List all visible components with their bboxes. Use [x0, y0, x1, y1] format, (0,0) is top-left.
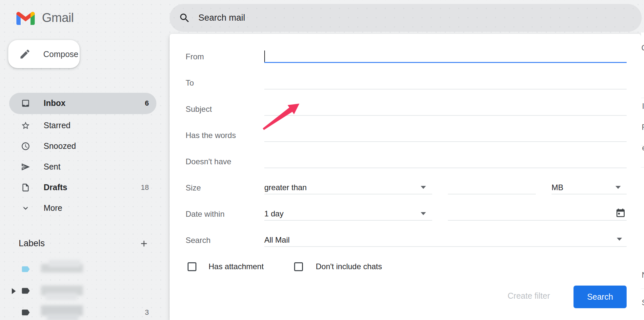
redacted-label-text: [41, 305, 84, 320]
has-words-label: Has the words: [186, 131, 236, 140]
search-scope-label: Search: [186, 236, 211, 245]
gmail-logo[interactable]: Gmail: [16, 11, 74, 25]
sidebar-item-label: Starred: [44, 121, 70, 130]
size-label: Size: [186, 183, 201, 192]
pencil-icon: [19, 48, 31, 60]
subject-label: Subject: [186, 105, 212, 114]
label-count-badge: 3: [145, 308, 149, 317]
sidebar-item-label: Drafts: [44, 183, 67, 192]
draft-icon: [21, 183, 30, 192]
sidebar-item-label: Snoozed: [44, 141, 76, 151]
has-words-input[interactable]: [264, 141, 627, 142]
search-input-placeholder: Search mail: [198, 13, 245, 23]
size-unit-underline: [552, 194, 627, 194]
has-attachment-label: Has attachment: [209, 262, 264, 271]
gmail-m-icon: [16, 11, 35, 25]
user-label-row-2[interactable]: [9, 282, 156, 300]
user-label-row-3[interactable]: 3: [9, 303, 156, 320]
advanced-search-panel: From To Subject Has the words Doesn't ha…: [170, 34, 641, 320]
sidebar-item-label: More: [44, 203, 62, 213]
doesnt-have-input[interactable]: [264, 168, 627, 168]
background-mail-list-edge: C I F e N S: [641, 32, 644, 320]
date-input[interactable]: [448, 220, 627, 221]
size-amount-input[interactable]: [448, 194, 536, 194]
search-scope-select[interactable]: All Mail: [264, 235, 290, 245]
sidebar-item-sent[interactable]: Sent: [9, 156, 156, 177]
sidebar-item-more[interactable]: More: [9, 198, 156, 218]
redacted-label-text: [41, 262, 84, 276]
size-unit-select[interactable]: MB: [552, 183, 563, 192]
sidebar-item-drafts[interactable]: Drafts 18: [9, 177, 156, 198]
label-icon: [21, 286, 30, 296]
chevron-down-icon[interactable]: [421, 212, 426, 215]
search-icon: [179, 12, 191, 24]
inbox-icon: [21, 99, 30, 108]
to-label: To: [186, 78, 194, 88]
chevron-down-icon[interactable]: [615, 186, 621, 189]
clipped-text-fragment: e: [642, 143, 644, 152]
from-focus-underline: [264, 62, 627, 63]
send-icon: [21, 162, 30, 171]
from-label: From: [186, 52, 204, 61]
row-divider: [641, 167, 644, 168]
compose-label: Compose: [43, 50, 78, 59]
clipped-text-fragment: F: [642, 123, 644, 132]
label-icon: [21, 308, 30, 317]
row-divider: [641, 289, 644, 289]
row-divider: [641, 145, 644, 146]
chevron-down-icon[interactable]: [421, 186, 426, 189]
gmail-wordmark: Gmail: [42, 11, 74, 25]
star-icon: [21, 121, 30, 130]
size-operator-underline: [264, 194, 432, 194]
date-range-underline: [264, 220, 432, 221]
search-button-label: Search: [587, 292, 613, 302]
search-mail-bar[interactable]: Search mail: [170, 4, 642, 32]
to-input[interactable]: [264, 89, 627, 90]
row-divider: [641, 98, 644, 98]
labels-section-header: Labels: [19, 238, 149, 249]
doesnt-have-label: Doesn't have: [186, 157, 231, 166]
sidebar-item-label: Inbox: [44, 98, 66, 108]
label-icon: [21, 264, 30, 274]
annotation-arrow: [261, 100, 303, 131]
expand-arrow-icon[interactable]: [12, 288, 16, 294]
size-operator-select[interactable]: greater than: [264, 183, 307, 192]
clipped-text-fragment: I: [642, 102, 644, 111]
clock-icon: [21, 142, 30, 151]
text-caret: [264, 50, 265, 62]
redacted-label-text: [41, 284, 84, 298]
clipped-text-fragment: S: [642, 298, 644, 307]
sidebar-item-starred[interactable]: Starred: [9, 115, 156, 136]
gmail-app: Gmail Compose Inbox 6 Starred: [0, 0, 644, 320]
user-label-row-1[interactable]: [9, 260, 156, 278]
labels-title: Labels: [19, 238, 45, 249]
calendar-icon[interactable]: [615, 208, 626, 218]
inbox-count-badge: 6: [145, 99, 149, 108]
create-filter-button[interactable]: Create filter: [508, 291, 550, 301]
compose-button[interactable]: Compose: [8, 40, 80, 68]
chevron-down-icon[interactable]: [617, 238, 622, 241]
search-button[interactable]: Search: [574, 286, 627, 308]
sidebar-item-label: Sent: [44, 162, 60, 171]
dont-include-chats-checkbox[interactable]: [294, 262, 303, 271]
sidebar-item-snoozed[interactable]: Snoozed: [9, 136, 156, 156]
has-attachment-checkbox[interactable]: [188, 262, 196, 271]
chevron-down-icon: [21, 204, 30, 213]
subject-input[interactable]: [264, 115, 627, 116]
search-scope-underline: [264, 246, 627, 247]
dont-include-chats-label: Don't include chats: [316, 262, 382, 271]
sidebar-item-inbox[interactable]: Inbox 6: [9, 93, 156, 113]
plus-icon[interactable]: [139, 239, 149, 249]
clipped-text-fragment: C: [641, 43, 644, 52]
date-range-select[interactable]: 1 day: [264, 209, 284, 218]
date-within-label: Date within: [186, 210, 225, 219]
drafts-count-badge: 18: [141, 183, 149, 192]
clipped-text-fragment: N: [642, 270, 644, 280]
